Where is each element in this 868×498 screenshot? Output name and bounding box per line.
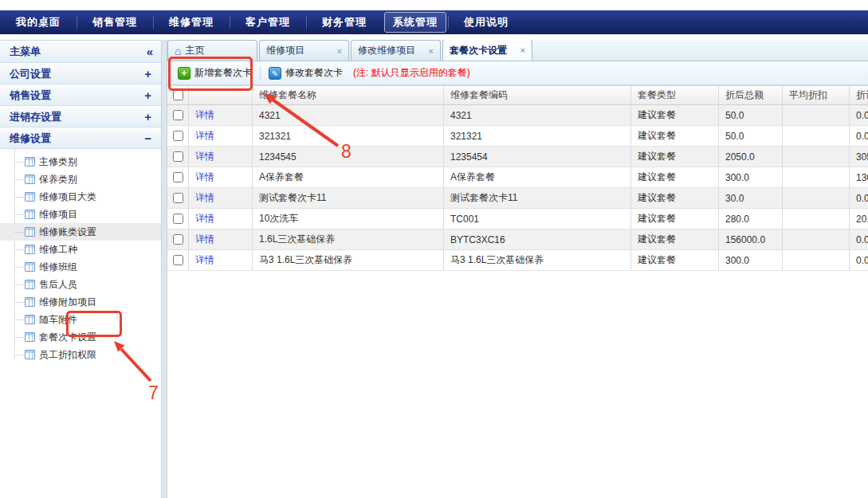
discounted-total-cell: 156000.0 [719, 229, 783, 249]
tree-item-package-card-settings[interactable]: 套餐次卡设置 [0, 328, 161, 346]
tree-item[interactable]: 保养类别 [0, 171, 161, 188]
sidebar-section[interactable]: 进销存设置 + [0, 106, 161, 127]
toolbar: + 新增套餐次卡 ✎ 修改套餐次卡 (注: 默认只显示启用的套餐) [167, 61, 868, 85]
sidebar-section[interactable]: 销售设置 + [0, 84, 161, 106]
tree-connector [14, 179, 23, 180]
tab-close-icon[interactable]: × [429, 46, 434, 56]
detail-link[interactable]: 详情 [195, 108, 214, 122]
package-type-cell: 建议套餐 [631, 167, 719, 187]
collapse-sidebar-icon[interactable]: « [147, 45, 153, 58]
tree-item[interactable]: 维修工种 [0, 241, 161, 258]
tab[interactable]: 修改维修项目 × [351, 40, 441, 61]
tree-item[interactable]: 维修项目大类 [0, 188, 161, 206]
tree-item[interactable]: 主修类别 [0, 153, 161, 171]
nav-item-2[interactable]: 销售管理 [77, 10, 153, 34]
row-detail-cell: 详情 [189, 188, 253, 208]
tree-item[interactable]: 售后人员 [0, 276, 161, 293]
nav-item-6[interactable]: 系统管理 [384, 12, 446, 33]
sidebar-splitter[interactable] [161, 40, 167, 498]
discounted-total-cell: 2050.0 [719, 147, 783, 167]
row-checkbox[interactable] [173, 234, 183, 245]
row-detail-cell: 详情 [189, 147, 253, 167]
detail-link[interactable]: 详情 [195, 212, 214, 225]
sidebar-section[interactable]: 维修设置 − [0, 127, 161, 149]
table-row: 详情 4321 4321 建议套餐 50.0 0.0 [167, 105, 868, 126]
expand-collapse-icon[interactable]: + [144, 68, 151, 80]
tree-connector [14, 162, 23, 163]
nav-item-1[interactable]: 我的桌面 [0, 10, 77, 34]
row-checkbox[interactable] [173, 172, 183, 182]
table-grid-icon [25, 157, 35, 167]
package-code-cell: BYTC3XC16 [444, 229, 631, 249]
header-discount-clipped[interactable]: 折让 [850, 86, 868, 104]
nav-item-label: 我的桌面 [16, 15, 61, 29]
table-row: 详情 测试套餐次卡11 测试套餐次卡11 建议套餐 30.0 0.0 [167, 188, 868, 209]
nav-item-5[interactable]: 财务管理 [306, 10, 383, 34]
package-name-cell: 321321 [253, 126, 444, 146]
header-code[interactable]: 维修套餐编码 [444, 86, 631, 104]
tree-item[interactable]: 维修附加项目 [0, 293, 161, 311]
tree-item[interactable]: 维修班组 [0, 258, 161, 276]
edit-package-card-label: 修改套餐次卡 [285, 66, 343, 80]
row-checkbox[interactable] [173, 255, 183, 265]
detail-link[interactable]: 详情 [195, 150, 214, 163]
package-code-cell: 4321 [444, 105, 631, 125]
discount-cell-clipped: 305 [850, 147, 868, 167]
detail-link[interactable]: 详情 [195, 171, 214, 184]
edit-package-card-button[interactable]: ✎ 修改套餐次卡 [263, 64, 348, 82]
add-package-card-label: 新增套餐次卡 [194, 66, 252, 80]
tab-label: 套餐次卡设置 [450, 44, 517, 57]
tree-item-label: 维修项目 [39, 208, 77, 222]
package-type-cell: 建议套餐 [631, 250, 719, 270]
tree-item[interactable]: 随车附件 [0, 311, 161, 328]
detail-link[interactable]: 详情 [195, 253, 214, 267]
table-grid-icon [25, 280, 35, 289]
tree-item-label: 维修班组 [39, 261, 77, 274]
row-checkbox[interactable] [173, 214, 183, 224]
add-package-card-button[interactable]: + 新增套餐次卡 [172, 64, 257, 82]
header-name[interactable]: 维修套餐名称 [253, 86, 444, 104]
discount-cell-clipped: 0.0 [850, 105, 868, 125]
row-checkbox-cell [167, 126, 189, 146]
toolbar-separator [260, 66, 261, 80]
select-all-checkbox[interactable] [173, 90, 183, 100]
discounted-total-cell: 300.0 [719, 167, 783, 187]
table-grid-icon [25, 350, 35, 359]
nav-item-4[interactable]: 客户管理 [230, 10, 306, 34]
header-total[interactable]: 折后总额 [719, 86, 783, 104]
tab[interactable]: 维修项目 × [259, 40, 349, 61]
detail-link[interactable]: 详情 [195, 129, 214, 143]
tab-close-icon[interactable]: × [337, 46, 342, 56]
tree-item[interactable]: 维修账类设置 [0, 223, 161, 241]
tree-connector [14, 320, 23, 320]
expand-collapse-icon[interactable]: + [144, 89, 151, 101]
discounted-total-cell: 300.0 [719, 250, 783, 270]
avg-discount-cell [783, 209, 850, 229]
detail-link[interactable]: 详情 [195, 233, 214, 246]
header-avg-discount[interactable]: 平均折扣 [783, 86, 850, 104]
tab-label: 修改维修项目 [358, 44, 426, 57]
nav-item-7[interactable]: 使用说明 [448, 10, 524, 34]
expand-collapse-icon[interactable]: − [144, 132, 151, 144]
nav-item-3[interactable]: 维修管理 [153, 10, 230, 34]
tree-item-label: 主修类别 [39, 155, 77, 169]
expand-collapse-icon[interactable]: + [144, 111, 151, 123]
package-code-cell: TC001 [444, 209, 631, 229]
tree-item[interactable]: 维修项目 [0, 206, 161, 223]
row-checkbox[interactable] [173, 193, 183, 203]
row-checkbox-cell [167, 105, 189, 125]
row-checkbox[interactable] [173, 110, 183, 120]
discounted-total-cell: 30.0 [719, 188, 783, 208]
table-row: 详情 1234545 1235454 建议套餐 2050.0 305 [167, 147, 868, 167]
row-checkbox[interactable] [173, 151, 183, 162]
sidebar-section[interactable]: 公司设置 + [0, 63, 161, 84]
tree-item[interactable]: 员工折扣权限 [0, 346, 161, 363]
nav-item-label: 维修管理 [169, 15, 214, 29]
tab[interactable]: ⌂ 主页 [167, 40, 257, 61]
package-name-cell: A保养套餐 [253, 167, 444, 187]
row-checkbox[interactable] [173, 131, 183, 141]
tab-close-icon[interactable]: × [520, 45, 525, 55]
detail-link[interactable]: 详情 [195, 191, 214, 205]
tab[interactable]: 套餐次卡设置 × [442, 40, 532, 61]
header-type[interactable]: 套餐类型 [631, 86, 719, 104]
